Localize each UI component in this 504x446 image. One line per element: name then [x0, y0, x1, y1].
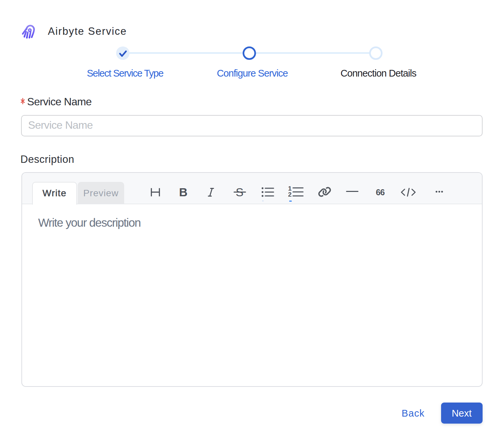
svg-text:2: 2	[288, 191, 292, 198]
